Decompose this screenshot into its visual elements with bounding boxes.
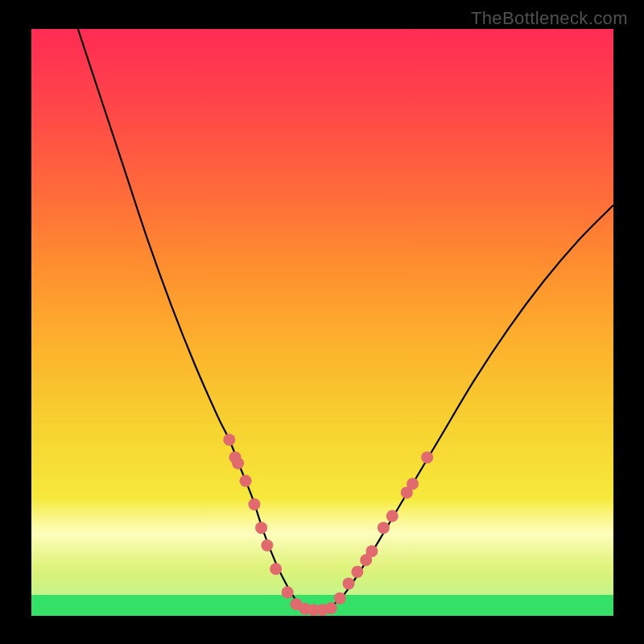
highlight-dot bbox=[386, 510, 398, 522]
highlight-dot bbox=[240, 475, 252, 487]
bottleneck-curve bbox=[78, 29, 613, 611]
highlight-dot bbox=[407, 477, 419, 489]
highlight-dot bbox=[261, 539, 273, 551]
outer-frame: TheBottleneck.com bbox=[0, 0, 644, 644]
highlight-dots-group bbox=[223, 434, 433, 616]
highlight-dot bbox=[270, 563, 282, 575]
highlight-dot bbox=[223, 434, 235, 446]
highlight-dot bbox=[325, 602, 337, 614]
highlight-dot bbox=[255, 522, 267, 534]
highlight-dot bbox=[378, 522, 390, 534]
highlight-dot bbox=[248, 498, 260, 510]
highlight-dot bbox=[232, 457, 244, 469]
highlight-dot bbox=[351, 566, 363, 578]
highlight-dot bbox=[334, 592, 346, 605]
highlight-dot bbox=[365, 545, 378, 557]
highlight-dot bbox=[421, 452, 433, 464]
watermark-text: TheBottleneck.com bbox=[471, 8, 628, 29]
highlight-dot bbox=[343, 577, 355, 589]
curve-layer bbox=[31, 29, 613, 616]
highlight-dot bbox=[282, 586, 294, 598]
